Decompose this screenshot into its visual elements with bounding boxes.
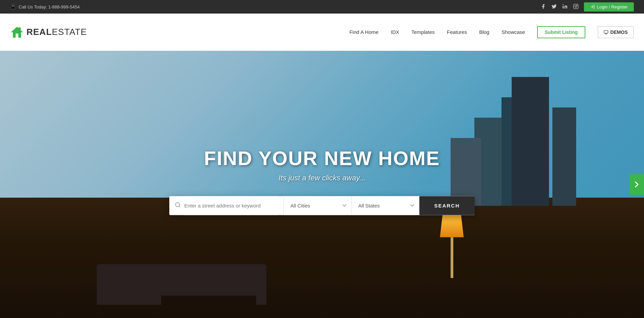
svg-point-2 <box>575 5 576 7</box>
header: REALESTATE Find A Home IDX Templates Fea… <box>0 14 644 51</box>
search-input[interactable] <box>184 196 278 215</box>
facebook-icon[interactable] <box>541 4 546 10</box>
logo-house-icon <box>10 26 24 38</box>
instagram-icon[interactable] <box>573 4 579 10</box>
demos-button[interactable]: DEMOS <box>598 26 634 38</box>
hero-content: FIND YOUR NEW HOME Its just a few clicks… <box>169 147 475 215</box>
nav-find-a-home[interactable]: Find A Home <box>349 29 379 35</box>
svg-point-9 <box>175 202 179 206</box>
lamp <box>440 207 464 278</box>
login-register-button[interactable]: Login / Register <box>584 2 634 12</box>
monitor-icon <box>604 30 608 35</box>
phone-text: Call Us Today: 1-888-999-5454 <box>19 4 80 9</box>
search-bar: All Cities New York Los Angeles Chicago … <box>169 196 475 215</box>
svg-marker-4 <box>11 27 23 38</box>
nav-features[interactable]: Features <box>447 29 467 35</box>
hero-section: FIND YOUR NEW HOME Its just a few clicks… <box>0 51 644 318</box>
hero-subtitle: Its just a few clicks away... <box>169 174 475 182</box>
search-input-wrap <box>169 196 284 215</box>
svg-point-3 <box>577 5 577 5</box>
topbar: 📱 Call Us Today: 1-888-999-5454 Login / … <box>0 0 644 14</box>
login-label: Login / Register <box>597 4 628 9</box>
nav-idx[interactable]: IDX <box>391 29 399 35</box>
svg-rect-6 <box>604 30 608 33</box>
search-icon <box>175 202 181 210</box>
submit-listing-button[interactable]: Submit Listing <box>537 26 585 38</box>
linkedin-icon[interactable] <box>562 4 568 10</box>
twitter-icon[interactable] <box>551 4 557 10</box>
nav-blog[interactable]: Blog <box>479 29 489 35</box>
svg-point-0 <box>563 4 564 5</box>
svg-rect-5 <box>18 27 21 30</box>
topbar-phone: 📱 Call Us Today: 1-888-999-5454 <box>10 4 80 9</box>
logo[interactable]: REALESTATE <box>10 26 87 38</box>
coffee-table <box>161 296 256 313</box>
hero-next-arrow[interactable] <box>629 174 644 195</box>
nav-templates[interactable]: Templates <box>412 29 435 35</box>
svg-line-10 <box>179 206 180 207</box>
lamp-base <box>451 237 453 278</box>
hero-title: FIND YOUR NEW HOME <box>169 147 475 170</box>
svg-rect-1 <box>573 4 578 8</box>
demos-label: DEMOS <box>610 29 628 35</box>
phone-icon: 📱 <box>10 4 16 9</box>
nav-showcase[interactable]: Showcase <box>501 29 525 35</box>
main-nav: Find A Home IDX Templates Features Blog … <box>349 26 634 38</box>
topbar-social: Login / Register <box>541 2 634 12</box>
logo-text: REALESTATE <box>26 27 87 37</box>
state-select[interactable]: All States California Texas Florida New … <box>352 196 419 215</box>
city-select[interactable]: All Cities New York Los Angeles Chicago … <box>284 196 352 215</box>
search-button[interactable]: SEARCH <box>419 196 475 215</box>
